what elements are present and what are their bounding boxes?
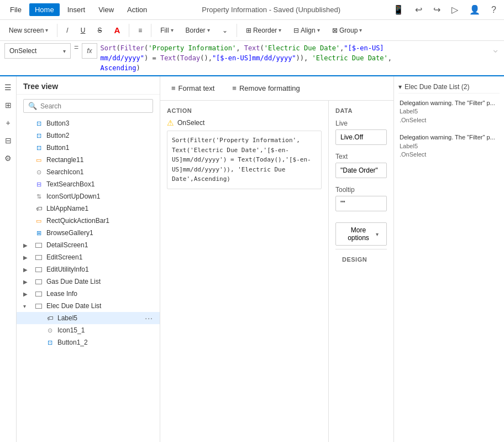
label-icon: 🏷 — [34, 204, 43, 213]
new-screen-label: New screen — [9, 27, 44, 34]
tree-item-elecduedate[interactable]: ▾ Elec Due Date List — [17, 300, 160, 312]
selector-chevron: ▾ — [63, 48, 66, 54]
toolbar-icons: 📱 ↩ ↪ ▷ 👤 ? — [390, 3, 500, 16]
tree-item-icon15[interactable]: ⊙ Icon15_1 — [17, 324, 160, 336]
group-button[interactable]: ⊠ Group ▾ — [328, 25, 367, 36]
item-label-searchicon1: SearchIcon1 — [46, 168, 153, 176]
tree-item-lblappname1[interactable]: 🏷 LblAppName1 — [17, 202, 160, 215]
arrow-down-button[interactable]: ⌄ — [218, 25, 232, 36]
database-icon[interactable]: ⊟ — [2, 134, 15, 147]
layers-icon[interactable]: ⊞ — [2, 98, 15, 112]
tooltip-field-group: Tooltip — [335, 186, 387, 211]
tree-item-button1-2[interactable]: ⊡ Button1_2 — [17, 336, 160, 349]
italic-button[interactable]: / — [62, 25, 72, 36]
tree-item-textsearchbox1[interactable]: ⊟ TextSearchBox1 — [17, 178, 160, 190]
underline-button[interactable]: U — [76, 25, 90, 36]
tree-item-browsegallery1[interactable]: ⊞ BrowseGallery1 — [17, 227, 160, 239]
hamburger-icon[interactable]: ☰ — [2, 81, 15, 94]
item-label-button1: Button1 — [46, 144, 153, 152]
user-icon[interactable]: 👤 — [466, 3, 484, 16]
fx-button[interactable]: fx — [82, 43, 97, 59]
tree-item-rectangle11[interactable]: ▭ Rectangle11 — [17, 154, 160, 166]
textbox-icon: ⊟ — [34, 180, 43, 189]
action-section: ACTION ⚠ OnSelect Sort(Filter('Property … — [160, 101, 329, 442]
undo-icon[interactable]: ↩ — [412, 3, 426, 16]
rectangle-icon-2: ▭ — [34, 216, 43, 225]
more-options-button[interactable]: More options ▾ — [335, 222, 387, 246]
menu-view[interactable]: View — [93, 3, 119, 16]
tree-item-button2[interactable]: ⊡ Button2 — [17, 129, 160, 142]
menu-action[interactable]: Action — [122, 3, 153, 16]
separator-3 — [151, 24, 151, 37]
main-content: ≡ Format text ≡ Remove formatting ACTION… — [160, 76, 504, 442]
data-title: DATA — [335, 107, 387, 114]
menu-file[interactable]: File — [4, 3, 27, 16]
formula-content[interactable]: Sort(Filter('Property Information', Text… — [101, 43, 487, 73]
border-button[interactable]: Border ▾ — [181, 25, 214, 36]
menu-insert[interactable]: Insert — [62, 3, 91, 16]
settings-icon[interactable]: ⚙ — [2, 152, 15, 165]
main-toolbar: New screen ▾ / U S A ≡ Fill ▾ Border ▾ ⌄… — [0, 20, 504, 41]
formula-bar: OnSelect ▾ = fx Sort(Filter('Property In… — [0, 41, 504, 76]
action-code-block[interactable]: Sort(Filter('Property Information', Text… — [167, 131, 322, 189]
label5-options[interactable]: ··· — [145, 314, 153, 323]
tree-item-label5[interactable]: 🏷 Label5 ··· — [17, 312, 160, 324]
window-title: Property Information - Saved (Unpublishe… — [155, 6, 387, 14]
tree-item-leaseinfo[interactable]: ▶ Lease Info — [17, 288, 160, 300]
item-label-lblappname1: LblAppName1 — [46, 205, 153, 212]
warning-text-1: Delegation warning. The "Filter" p... — [400, 99, 498, 107]
icon15-icon: ⊙ — [45, 326, 54, 335]
separator-4 — [237, 24, 237, 37]
tree-item-iconsortupdown1[interactable]: ⇅ IconSortUpDown1 — [17, 190, 160, 202]
item-label-gasduedatelist: Gas Due Date List — [46, 278, 153, 285]
formula-expand-icon[interactable]: ⌄ — [491, 43, 500, 55]
expand-detail: ▶ — [23, 242, 31, 248]
elec-due-date-header[interactable]: ▾ Elec Due Date List (2) — [398, 81, 500, 93]
new-screen-button[interactable]: New screen ▾ — [4, 25, 53, 36]
menu-home[interactable]: Home — [29, 3, 60, 16]
play-icon[interactable]: ▷ — [448, 3, 461, 16]
search-box[interactable]: 🔍 — [23, 99, 153, 113]
tree-item-detailscreen1[interactable]: ▶ DetailScreen1 — [17, 239, 160, 251]
expand-gas: ▶ — [23, 279, 31, 285]
tooltip-input[interactable] — [335, 196, 387, 211]
strikethrough-button[interactable]: S — [93, 25, 106, 36]
format-text-button[interactable]: ≡ Format text — [167, 82, 219, 95]
screen-icon-utility — [34, 265, 43, 274]
format-text-icon: ≡ — [171, 84, 176, 92]
equals-icon[interactable]: = — [74, 43, 78, 52]
remove-format-icon: ≡ — [232, 84, 237, 92]
sidebar: Tree view 🔍 ⊡ Button3 ⊡ Button2 ⊡ Button… — [17, 76, 160, 442]
plus-icon[interactable]: + — [2, 116, 15, 129]
tree-item-edututility[interactable]: ▶ EditUtilityInfo1 — [17, 263, 160, 275]
item-label-button3: Button3 — [46, 119, 153, 127]
new-screen-chevron: ▾ — [45, 27, 48, 33]
text-field-group: Text — [335, 153, 387, 178]
tree-item-editscreen1[interactable]: ▶ EditScreen1 — [17, 251, 160, 263]
align-text-button[interactable]: ⊟ Align ▾ — [289, 25, 324, 36]
reorder-button[interactable]: ⊞ Reorder ▾ — [242, 25, 286, 36]
tree-item-searchicon1[interactable]: ⊙ SearchIcon1 — [17, 166, 160, 178]
live-input[interactable] — [335, 129, 387, 145]
redo-icon[interactable]: ↪ — [430, 3, 444, 16]
tree-item-rectquick[interactable]: ▭ RectQuickActionBar1 — [17, 215, 160, 227]
properties-panel: ACTION ⚠ OnSelect Sort(Filter('Property … — [160, 101, 393, 442]
search-input[interactable] — [40, 102, 148, 110]
remove-formatting-button[interactable]: ≡ Remove formatting — [228, 82, 304, 95]
tree-item-button1[interactable]: ⊡ Button1 — [17, 142, 160, 154]
fill-button[interactable]: Fill ▾ — [156, 25, 177, 36]
phone-icon[interactable]: 📱 — [390, 3, 407, 16]
searchicon-icon: ⊙ — [34, 168, 43, 176]
tree-item-gasduedatelist[interactable]: ▶ Gas Due Date List — [17, 275, 160, 288]
tree-item-button3[interactable]: ⊡ Button3 — [17, 117, 160, 129]
font-color-button[interactable]: A — [109, 24, 124, 37]
text-input[interactable] — [335, 163, 387, 178]
warning-label-2: Label5 — [400, 142, 498, 150]
help-icon[interactable]: ? — [488, 4, 500, 16]
selector-dropdown[interactable]: OnSelect ▾ — [4, 43, 71, 59]
tree-list: ⊡ Button3 ⊡ Button2 ⊡ Button1 ▭ Rectangl… — [17, 117, 160, 442]
component-icon: ⊡ — [34, 119, 43, 128]
item-label-leaseinfo: Lease Info — [46, 290, 153, 298]
warning-triangle-icon: ⚠ — [167, 118, 174, 127]
align-button[interactable]: ≡ — [134, 25, 146, 36]
